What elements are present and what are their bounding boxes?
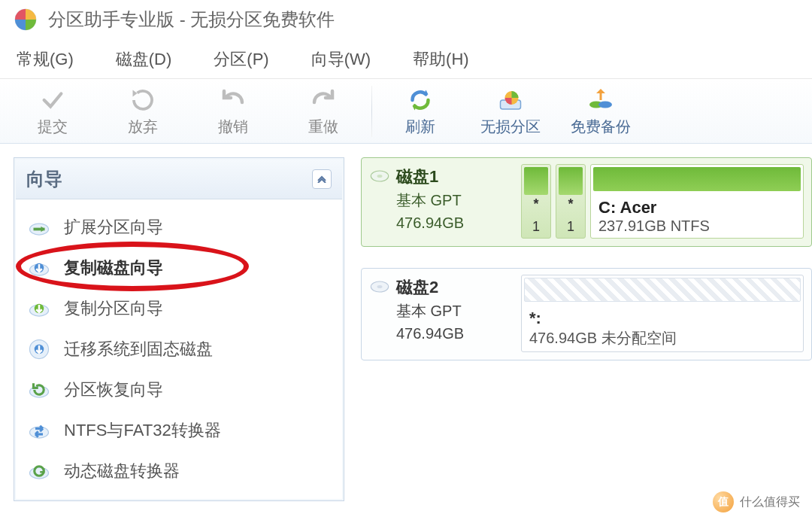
toolbar-label: 无损分区 [480,117,541,137]
toolbar: 提交 放弃 撤销 重做 刷新 无损分区 免费备份 [0,78,812,144]
undo-button[interactable]: 撤销 [188,85,278,137]
wizard-dynamic-disk[interactable]: 动态磁盘转换器 [20,451,338,491]
partition-label: * [568,196,573,212]
disk-size: 476.94GB [396,211,464,234]
partition-size: 237.91GB NTFS [598,217,795,235]
partition-label: *: [529,309,795,328]
disk-title: 磁盘2 [396,275,464,300]
backup-button[interactable]: 免费备份 [556,85,646,137]
wizard-label: 复制分区向导 [64,297,163,320]
menu-bar: 常规(G) 磁盘(D) 分区(P) 向导(W) 帮助(H) [0,35,812,78]
wizard-ntfs-fat32[interactable]: NTFS与FAT32转换器 [20,410,338,451]
wizard-label: 扩展分区向导 [64,216,163,239]
partition-label: * [533,196,538,212]
toolbar-label: 刷新 [405,117,435,137]
wizard-label: 复制磁盘向导 [64,257,163,279]
partition-row: *: 476.94GB 未分配空间 [521,275,804,352]
disk-type: 基本 GPT [396,300,464,322]
extend-icon [26,214,52,240]
watermark-text: 什么值得买 [740,494,800,510]
check-icon [38,85,68,115]
watermark: 值 什么值得买 [713,491,800,512]
partition-label: C: Acer [598,198,795,217]
toolbar-label: 重做 [308,117,338,137]
watermark-icon: 值 [713,491,734,512]
discard-icon [128,85,158,115]
refresh-icon [405,85,435,115]
wizard-label: 分区恢复向导 [64,379,163,401]
partition-c-acer[interactable]: C: Acer 237.91GB NTFS [590,164,804,239]
toolbar-label: 提交 [38,117,68,137]
wizard-list: 扩展分区向导 复制磁盘向导 复制分区向导 迁移系统到固态磁盘 分区恢复向导 [16,199,342,499]
disk-title: 磁盘1 [396,164,464,189]
menu-general[interactable]: 常规(G) [17,48,74,71]
toolbar-label: 撤销 [218,117,248,137]
menu-wizard[interactable]: 向导(W) [311,48,371,71]
wizard-copy-disk[interactable]: 复制磁盘向导 [20,248,338,288]
wizard-sidebar: 向导 扩展分区向导 复制磁盘向导 复制分区向导 迁移系统到固态磁盘 [14,157,344,501]
disk-panel: 磁盘1 基本 GPT 476.94GB * 1 * 1 C: Acer 237.… [361,157,812,501]
submit-button[interactable]: 提交 [8,85,98,137]
partition-size: 1 [567,219,574,235]
disk-meta: 磁盘2 基本 GPT 476.94GB [369,275,512,352]
title-bar: 分区助手专业版 - 无损分区免费软件 [0,0,812,35]
wizard-migrate-ssd[interactable]: 迁移系统到固态磁盘 [20,329,338,370]
disk-meta: 磁盘1 基本 GPT 476.94GB [369,164,512,239]
copy-partition-icon [26,296,52,321]
wizard-copy-partition[interactable]: 复制分区向导 [20,288,338,329]
menu-disk[interactable]: 磁盘(D) [116,48,172,71]
menu-partition[interactable]: 分区(P) [214,48,268,71]
app-icon [14,8,38,32]
wizard-label: NTFS与FAT32转换器 [64,419,221,442]
partition-size: 1 [532,219,540,235]
disk-icon [369,166,390,187]
svg-point-16 [377,175,383,178]
disk-card-1[interactable]: 磁盘1 基本 GPT 476.94GB * 1 * 1 C: Acer 237.… [361,157,812,247]
copy-disk-icon [26,255,52,281]
toolbar-label: 放弃 [128,117,158,137]
wizard-recover-partition[interactable]: 分区恢复向导 [20,370,338,410]
window-title: 分区助手专业版 - 无损分区免费软件 [48,8,335,32]
dynamic-disk-icon [26,458,52,484]
wizard-panel-title: 向导 [26,167,62,191]
lossless-partition-button[interactable]: 无损分区 [465,85,556,137]
partition-icon [495,85,526,115]
menu-help[interactable]: 帮助(H) [413,48,469,71]
undo-icon [218,85,248,115]
disk-card-2[interactable]: 磁盘2 基本 GPT 476.94GB *: 476.94GB 未分配空间 [361,268,812,360]
convert-fs-icon [26,418,52,443]
partition-small-1[interactable]: * 1 [521,164,551,239]
partition-small-2[interactable]: * 1 [556,164,586,239]
redo-icon [308,85,338,115]
migrate-icon [26,336,52,362]
disk-size: 476.94GB [396,322,464,345]
wizard-label: 迁移系统到固态磁盘 [64,338,213,360]
collapse-icon[interactable] [312,169,332,189]
partition-row: * 1 * 1 C: Acer 237.91GB NTFS [521,164,804,239]
usage-bar [593,167,801,191]
toolbar-separator [371,86,372,137]
wizard-panel-header[interactable]: 向导 [16,160,342,199]
partition-size: 476.94GB 未分配空间 [529,328,795,348]
wizard-extend-partition[interactable]: 扩展分区向导 [20,207,338,248]
recover-icon [26,377,52,403]
toolbar-label: 免费备份 [571,117,631,137]
disk-icon [369,276,390,297]
backup-icon [586,85,616,115]
refresh-button[interactable]: 刷新 [375,85,465,137]
partition-unallocated[interactable]: *: 476.94GB 未分配空间 [521,275,804,352]
svg-point-18 [377,285,383,288]
disk-type: 基本 GPT [396,189,464,211]
redo-button[interactable]: 重做 [278,85,368,137]
wizard-label: 动态磁盘转换器 [64,460,180,482]
discard-button[interactable]: 放弃 [98,85,188,137]
svg-point-4 [598,102,612,108]
